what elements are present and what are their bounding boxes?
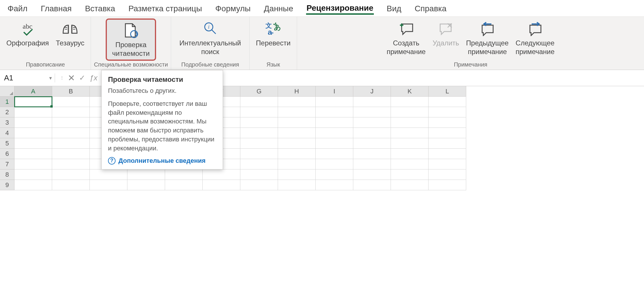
cell-K3[interactable] xyxy=(391,117,429,128)
cell-H1[interactable] xyxy=(278,97,316,107)
cell-D9[interactable] xyxy=(127,180,165,190)
cell-L3[interactable] xyxy=(429,117,466,128)
menu-formulas[interactable]: Формулы xyxy=(215,3,251,14)
cell-B3[interactable] xyxy=(52,117,90,128)
tooltip-more-link[interactable]: ? Дополнительные сведения xyxy=(108,157,216,165)
cell-G2[interactable] xyxy=(240,107,278,117)
cell-K1[interactable] xyxy=(391,97,429,107)
column-header-L[interactable]: L xyxy=(429,86,466,97)
cell-L9[interactable] xyxy=(429,180,466,190)
cell-H3[interactable] xyxy=(278,117,316,128)
spelling-button[interactable]: abc Орфография xyxy=(3,19,52,49)
cell-B8[interactable] xyxy=(52,169,90,180)
menu-file[interactable]: Файл xyxy=(7,3,28,14)
menu-view[interactable]: Вид xyxy=(386,3,402,14)
row-header-5[interactable]: 5 xyxy=(0,138,14,149)
cell-H6[interactable] xyxy=(278,149,316,159)
cell-K9[interactable] xyxy=(391,180,429,190)
cell-H9[interactable] xyxy=(278,180,316,190)
cell-E9[interactable] xyxy=(165,180,203,190)
column-header-K[interactable]: K xyxy=(391,86,429,97)
cell-L8[interactable] xyxy=(429,169,466,180)
cell-A7[interactable] xyxy=(14,159,52,169)
cell-E8[interactable] xyxy=(165,169,203,180)
cell-I5[interactable] xyxy=(316,138,353,149)
cell-I3[interactable] xyxy=(316,117,353,128)
cell-J5[interactable] xyxy=(353,138,391,149)
cell-J8[interactable] xyxy=(353,169,391,180)
cell-B7[interactable] xyxy=(52,159,90,169)
name-box[interactable]: A1 ▾ xyxy=(0,73,55,82)
cell-G9[interactable] xyxy=(240,180,278,190)
drag-handle-icon[interactable]: ⋮ xyxy=(60,77,64,79)
cancel-entry-button[interactable]: ✕ xyxy=(68,73,75,83)
insert-function-button[interactable]: ƒx xyxy=(89,73,97,82)
cell-B1[interactable] xyxy=(52,97,90,107)
cell-I7[interactable] xyxy=(316,159,353,169)
cell-B2[interactable] xyxy=(52,107,90,117)
menu-review[interactable]: Рецензирование xyxy=(306,2,374,15)
cell-A2[interactable] xyxy=(14,107,52,117)
cell-L7[interactable] xyxy=(429,159,466,169)
spreadsheet-grid[interactable]: ABCDEFGHIJKL123456789 xyxy=(0,86,644,190)
cell-I1[interactable] xyxy=(316,97,353,107)
cell-L4[interactable] xyxy=(429,128,466,138)
cell-K4[interactable] xyxy=(391,128,429,138)
cell-L6[interactable] xyxy=(429,149,466,159)
cell-H2[interactable] xyxy=(278,107,316,117)
cell-L1[interactable] xyxy=(429,97,466,107)
cell-A5[interactable] xyxy=(14,138,52,149)
smart-lookup-button[interactable]: i Интеллектуальный поиск xyxy=(174,19,246,57)
cell-H8[interactable] xyxy=(278,169,316,180)
prev-comment-button[interactable]: Предыдущее примечание xyxy=(463,19,512,57)
cell-G7[interactable] xyxy=(240,159,278,169)
column-header-I[interactable]: I xyxy=(316,86,353,97)
cell-B9[interactable] xyxy=(52,180,90,190)
row-header-6[interactable]: 6 xyxy=(0,149,14,159)
cell-A6[interactable] xyxy=(14,149,52,159)
cell-J7[interactable] xyxy=(353,159,391,169)
cell-G3[interactable] xyxy=(240,117,278,128)
cell-K5[interactable] xyxy=(391,138,429,149)
thesaurus-button[interactable]: Тезаурус xyxy=(52,19,88,49)
cell-C8[interactable] xyxy=(90,169,127,180)
cell-A8[interactable] xyxy=(14,169,52,180)
column-header-H[interactable]: H xyxy=(278,86,316,97)
cell-I8[interactable] xyxy=(316,169,353,180)
column-header-G[interactable]: G xyxy=(240,86,278,97)
new-comment-button[interactable]: Создать примечание xyxy=(383,19,429,57)
cell-A1[interactable] xyxy=(14,97,52,107)
cell-I2[interactable] xyxy=(316,107,353,117)
row-header-1[interactable]: 1 xyxy=(0,97,14,107)
menu-data[interactable]: Данные xyxy=(263,3,294,14)
cell-H7[interactable] xyxy=(278,159,316,169)
select-all-button[interactable] xyxy=(0,86,14,97)
row-header-8[interactable]: 8 xyxy=(0,169,14,180)
row-header-9[interactable]: 9 xyxy=(0,180,14,190)
cell-H5[interactable] xyxy=(278,138,316,149)
cell-J4[interactable] xyxy=(353,128,391,138)
cell-H4[interactable] xyxy=(278,128,316,138)
cell-L2[interactable] xyxy=(429,107,466,117)
column-header-A[interactable]: A xyxy=(14,86,52,97)
cell-I6[interactable] xyxy=(316,149,353,159)
column-header-J[interactable]: J xyxy=(353,86,391,97)
cell-J9[interactable] xyxy=(353,180,391,190)
cell-G4[interactable] xyxy=(240,128,278,138)
cell-F9[interactable] xyxy=(203,180,240,190)
row-header-7[interactable]: 7 xyxy=(0,159,14,169)
cell-A9[interactable] xyxy=(14,180,52,190)
row-header-3[interactable]: 3 xyxy=(0,117,14,128)
menu-home[interactable]: Главная xyxy=(40,3,72,14)
translate-button[interactable]: 文 a あ Перевести xyxy=(253,19,294,49)
cell-B6[interactable] xyxy=(52,149,90,159)
cell-G1[interactable] xyxy=(240,97,278,107)
cell-K2[interactable] xyxy=(391,107,429,117)
cell-A3[interactable] xyxy=(14,117,52,128)
cell-G6[interactable] xyxy=(240,149,278,159)
cell-G5[interactable] xyxy=(240,138,278,149)
menu-page-layout[interactable]: Разметка страницы xyxy=(128,3,203,14)
cell-I9[interactable] xyxy=(316,180,353,190)
cell-K7[interactable] xyxy=(391,159,429,169)
cell-D8[interactable] xyxy=(127,169,165,180)
